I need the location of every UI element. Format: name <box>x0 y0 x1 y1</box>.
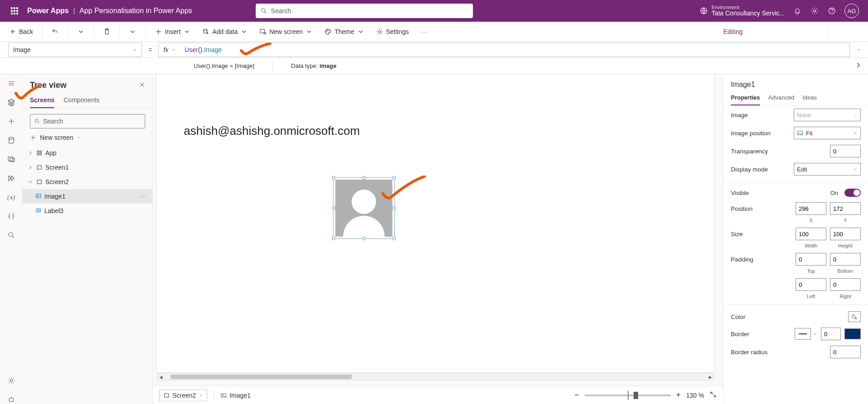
undo-menu[interactable] <box>73 24 89 39</box>
editing-mode[interactable]: Editing <box>720 28 743 35</box>
breadcrumb[interactable]: Image1 <box>220 392 251 399</box>
scroll-thumb[interactable] <box>171 375 352 379</box>
tree-item-label3[interactable]: Label3 <box>23 204 153 218</box>
back-button[interactable]: Back <box>5 24 38 39</box>
prop-x-input[interactable] <box>796 202 826 215</box>
resize-handle[interactable] <box>332 176 335 180</box>
user-avatar[interactable]: AG <box>844 4 859 18</box>
media-icon <box>7 155 15 163</box>
tab-properties[interactable]: Properties <box>731 94 760 105</box>
resize-handle[interactable] <box>332 206 335 210</box>
tree-item-image1[interactable]: Image1 ··· <box>23 189 153 204</box>
visible-toggle[interactable] <box>844 189 861 197</box>
canvas-hscrollbar[interactable]: ◂ ▸ <box>157 373 714 380</box>
prop-transparency-input[interactable] <box>830 145 861 157</box>
prop-pad-right[interactable] <box>830 278 861 291</box>
fx-indicator[interactable]: fx <box>158 43 180 57</box>
rail-tools[interactable] <box>7 212 16 221</box>
add-data-button[interactable]: Add data <box>198 24 252 39</box>
prop-pad-top[interactable] <box>796 253 826 266</box>
zoom-slider[interactable] <box>585 394 671 396</box>
paste-button[interactable] <box>99 24 115 39</box>
svg-rect-16 <box>8 157 13 161</box>
product-name[interactable]: Power Apps <box>27 7 69 15</box>
overflow-button[interactable]: ··· <box>416 24 433 39</box>
prop-displaymode-label: Display mode <box>731 166 790 173</box>
tree-item-more[interactable]: ··· <box>139 193 147 200</box>
resize-handle[interactable] <box>362 176 366 180</box>
prop-displaymode-select[interactable]: Edit <box>794 163 861 176</box>
screen-selector[interactable]: Screen2 <box>159 390 207 401</box>
border-color-swatch[interactable] <box>844 328 861 339</box>
formula-expand[interactable] <box>850 48 868 52</box>
fit-to-window[interactable] <box>710 391 717 399</box>
settings-button[interactable] <box>810 6 819 15</box>
save-button[interactable] <box>811 27 820 36</box>
resize-handle[interactable] <box>362 237 366 240</box>
svg-point-3 <box>814 10 816 12</box>
tree-item-screen1[interactable]: Screen1 <box>23 160 153 175</box>
property-selector[interactable]: Image <box>8 43 142 57</box>
prop-height-input[interactable] <box>830 228 861 240</box>
prop-borderradius-input[interactable] <box>830 346 861 358</box>
waffle-button[interactable] <box>4 7 25 14</box>
tree-close[interactable] <box>139 81 145 89</box>
rail-media[interactable] <box>7 155 16 164</box>
global-search[interactable]: Search <box>256 4 473 18</box>
settings-cmd-button[interactable]: Settings <box>372 24 414 39</box>
resize-handle[interactable] <box>392 206 396 210</box>
result-expand[interactable] <box>854 61 863 71</box>
tree-item-app[interactable]: App <box>23 146 153 160</box>
prop-y-input[interactable] <box>830 202 861 215</box>
notifications-button[interactable] <box>793 6 802 15</box>
canvas[interactable]: ashish@ashishg.onmicrosoft.com <box>157 74 714 372</box>
theme-button[interactable]: Theme <box>320 24 369 39</box>
rail-insert[interactable] <box>7 117 16 126</box>
help-button[interactable] <box>827 6 836 15</box>
rail-search[interactable] <box>7 231 16 240</box>
scroll-right[interactable]: ▸ <box>706 374 714 380</box>
share-button[interactable] <box>749 27 758 36</box>
tab-advanced[interactable]: Advanced <box>768 94 794 105</box>
zoom-in[interactable]: + <box>676 390 681 400</box>
app-checker-button[interactable] <box>764 27 773 36</box>
rail-settings[interactable] <box>7 376 16 385</box>
insert-button[interactable]: Insert <box>150 24 195 39</box>
prop-pad-left[interactable] <box>796 278 826 291</box>
color-picker[interactable] <box>848 311 861 322</box>
tree-new-screen[interactable]: New screen <box>23 131 153 144</box>
prop-border-width[interactable] <box>821 328 841 340</box>
save-menu[interactable] <box>836 27 845 36</box>
svg-point-15 <box>9 137 14 139</box>
prop-pad-bottom[interactable] <box>830 253 861 266</box>
rail-variables[interactable]: (𝑥) <box>7 193 16 202</box>
rail-data[interactable] <box>7 136 16 145</box>
tree-item-screen2[interactable]: Screen2 <box>23 175 153 189</box>
undo-button[interactable] <box>47 24 63 39</box>
resize-handle[interactable] <box>332 237 335 240</box>
publish-button[interactable] <box>852 27 861 36</box>
new-screen-button[interactable]: New screen <box>255 24 317 39</box>
zoom-out[interactable]: − <box>574 390 579 400</box>
left-rail: (𝑥) <box>0 74 23 404</box>
svg-rect-31 <box>164 393 168 397</box>
scroll-left[interactable]: ◂ <box>157 374 164 380</box>
resize-handle[interactable] <box>392 237 396 240</box>
comments-button[interactable] <box>780 27 789 36</box>
prop-image-select[interactable]: None <box>794 109 861 121</box>
prop-imageposition-select[interactable]: Fit <box>794 127 861 139</box>
formula-input[interactable]: User().Image <box>180 43 850 57</box>
preview-button[interactable] <box>795 27 804 36</box>
rail-virtual-agent[interactable] <box>7 395 16 404</box>
tab-components[interactable]: Components <box>63 96 99 108</box>
label-email[interactable]: ashish@ashishg.onmicrosoft.com <box>184 124 360 138</box>
svg-rect-23 <box>40 151 42 152</box>
tab-ideas[interactable]: Ideas <box>802 94 817 105</box>
tree-search[interactable]: Search <box>30 114 145 128</box>
prop-width-input[interactable] <box>796 228 826 240</box>
rail-power-automate[interactable] <box>7 174 16 183</box>
paste-menu[interactable] <box>124 24 141 39</box>
border-style-select[interactable] <box>795 328 811 340</box>
prop-image-label: Image <box>731 112 790 119</box>
environment-picker[interactable]: Environment Tata Consultancy Servic... <box>700 5 785 17</box>
